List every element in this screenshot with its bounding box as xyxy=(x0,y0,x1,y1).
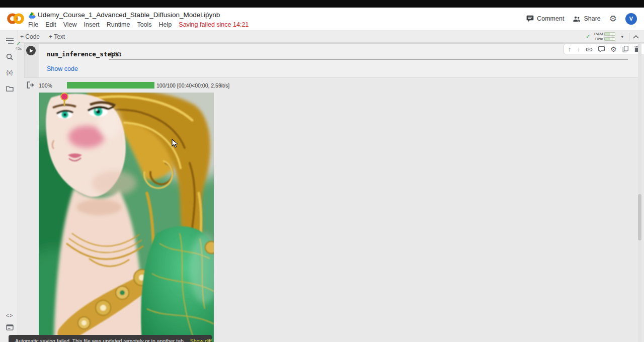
snippets-icon[interactable]: <> xyxy=(5,310,15,320)
mouse-cursor xyxy=(172,139,178,148)
menu-edit[interactable]: Edit xyxy=(45,21,56,28)
run-cell-button[interactable] xyxy=(26,46,36,55)
show-diff-button[interactable]: Show diff xyxy=(190,338,212,342)
variables-icon[interactable]: {x} xyxy=(5,67,15,77)
generated-image xyxy=(39,93,214,342)
divider xyxy=(629,33,629,41)
star-icon[interactable]: ☆ xyxy=(204,11,211,19)
move-cell-down-icon[interactable]: ↓ xyxy=(577,46,581,52)
outline-icon[interactable] xyxy=(5,36,15,46)
connected-check-icon: ✓ xyxy=(586,33,590,40)
cell-success-check-icon: ✓ xyxy=(14,41,24,46)
form-field-underline xyxy=(109,59,628,60)
colab-logo-icon[interactable] xyxy=(7,12,25,26)
move-cell-up-icon[interactable]: ↑ xyxy=(568,46,572,52)
header: Udemy_Course_1_Advanced_Stable_Diffusion… xyxy=(0,8,644,30)
execution-indicator: ✓ 45s xyxy=(14,41,24,51)
avatar[interactable]: V xyxy=(625,13,637,25)
collapse-chevron-icon[interactable] xyxy=(633,35,639,39)
resource-meters[interactable]: RAM Disk xyxy=(594,32,615,41)
share-people-icon xyxy=(573,16,581,22)
add-code-button[interactable]: + Code xyxy=(20,33,40,40)
scrollbar-thumb[interactable] xyxy=(638,194,641,240)
execution-time: 45s xyxy=(14,46,24,51)
cell-toolbar: ↑ ↓ ⚙ ⋮ xyxy=(564,44,644,54)
menu-tools[interactable]: Tools xyxy=(137,21,151,28)
ram-label: RAM xyxy=(594,32,603,36)
show-code-link[interactable]: Show code xyxy=(47,65,78,72)
menu-file[interactable]: File xyxy=(28,21,38,28)
menu-insert[interactable]: Insert xyxy=(84,21,100,28)
link-cell-icon[interactable] xyxy=(586,47,593,51)
files-icon[interactable] xyxy=(5,83,15,94)
comment-button[interactable]: Comment xyxy=(526,15,564,22)
progress-bar xyxy=(67,82,154,89)
output-marker-icon[interactable] xyxy=(26,81,35,89)
drive-icon xyxy=(29,12,36,19)
menu-view[interactable]: View xyxy=(63,21,77,28)
menu-runtime[interactable]: Runtime xyxy=(107,21,130,28)
scrollbar-track[interactable] xyxy=(638,43,641,342)
terminal-icon[interactable] xyxy=(5,322,15,332)
ram-meter xyxy=(604,32,615,36)
comment-label: Comment xyxy=(537,15,564,22)
play-icon xyxy=(30,49,33,53)
notebook-toolbar: + Code + Text ✓ RAM Disk ▾ xyxy=(0,30,644,43)
notebook-title[interactable]: Udemy_Course_1_Advanced_Stable_Diffusion… xyxy=(38,11,220,19)
menubar: File Edit View Insert Runtime Tools Help… xyxy=(28,21,249,28)
header-actions: Comment Share ⚙ V xyxy=(526,12,637,26)
colab-window: Udemy_Course_1_Advanced_Stable_Diffusion… xyxy=(0,0,644,342)
add-text-button[interactable]: + Text xyxy=(49,33,65,40)
resources-dropdown-caret-icon[interactable]: ▾ xyxy=(619,34,625,39)
disk-meter xyxy=(604,37,615,41)
cell-settings-gear-icon[interactable]: ⚙ xyxy=(610,46,617,53)
comment-icon xyxy=(526,15,534,22)
saving-status[interactable]: Saving failed since 14:21 xyxy=(179,21,249,28)
left-sidebar: {x} <> xyxy=(0,30,18,342)
copy-cell-icon[interactable] xyxy=(622,46,628,52)
code-cell: num_inference_steps: 100 Show code xyxy=(24,43,638,78)
comment-cell-icon[interactable] xyxy=(598,46,605,52)
search-icon[interactable] xyxy=(5,52,15,62)
form-field-num-inference-steps[interactable]: 100 xyxy=(110,50,121,58)
browser-top-strip xyxy=(0,0,644,8)
toast-message: Automatic saving failed. This file was u… xyxy=(15,338,185,342)
menu-help[interactable]: Help xyxy=(159,21,172,28)
disk-label: Disk xyxy=(594,37,603,41)
share-button[interactable]: Share xyxy=(573,15,600,22)
progress-stats: 100/100 [00:40<00:00, 2.59it/s] xyxy=(156,82,229,89)
settings-gear-icon[interactable]: ⚙ xyxy=(609,15,617,23)
progress-percent: 100% xyxy=(39,82,52,89)
toast-notification: Automatic saving failed. This file was u… xyxy=(9,335,212,342)
share-label: Share xyxy=(584,15,600,22)
